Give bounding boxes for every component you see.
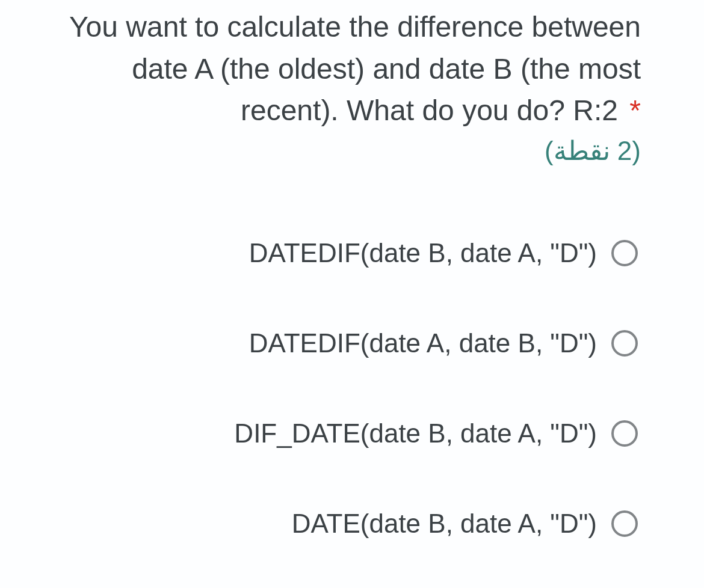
points-label: (2 نقطة) [63, 135, 641, 166]
option-3-label: DIF_DATE(date B, date A, "D") [234, 418, 597, 449]
question-text: You want to calculate the difference bet… [63, 6, 641, 132]
option-2[interactable]: DATEDIF(date A, date B, "D") [63, 328, 638, 358]
option-2-label: DATEDIF(date A, date B, "D") [249, 328, 597, 358]
option-1-label: DATEDIF(date B, date A, "D") [249, 238, 597, 268]
option-3[interactable]: DIF_DATE(date B, date A, "D") [63, 418, 638, 449]
option-4-label: DATE(date B, date A, "D") [292, 509, 597, 539]
radio-icon[interactable] [611, 330, 638, 357]
question-text-content: You want to calculate the difference bet… [69, 11, 641, 126]
radio-icon[interactable] [611, 510, 638, 537]
option-4[interactable]: DATE(date B, date A, "D") [63, 509, 638, 539]
option-1[interactable]: DATEDIF(date B, date A, "D") [63, 238, 638, 268]
radio-icon[interactable] [611, 420, 638, 447]
required-star-icon: * [629, 94, 641, 126]
radio-icon[interactable] [611, 240, 638, 266]
options-list: DATEDIF(date B, date A, "D") DATEDIF(dat… [63, 238, 641, 539]
question-block: You want to calculate the difference bet… [0, 0, 704, 539]
